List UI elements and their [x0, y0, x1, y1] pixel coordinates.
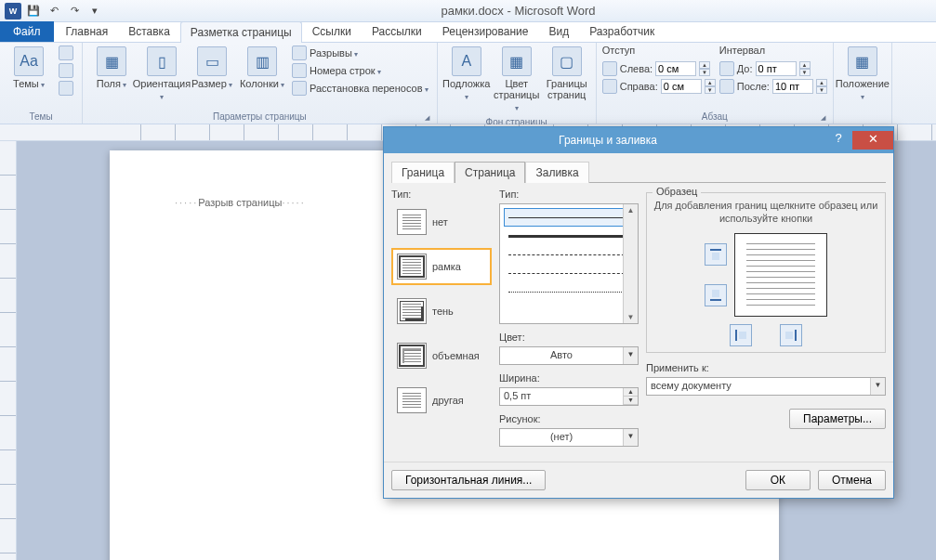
group-page-setup: ▦Поля ▯Ориентация ▭Размер ▥Колонки Разры… [83, 43, 438, 124]
edge-left-button[interactable] [730, 324, 752, 346]
tab-file[interactable]: Файл [0, 21, 54, 42]
tab-review[interactable]: Рецензирование [432, 20, 539, 42]
setting-shadow[interactable]: тень [391, 293, 492, 330]
art-label: Рисунок: [499, 413, 639, 424]
hyphenation-button[interactable]: Расстановка переносов [289, 80, 431, 97]
line-style-dash[interactable] [504, 245, 634, 264]
page-borders-icon: ▢ [552, 46, 582, 76]
indent-right-input[interactable] [661, 79, 702, 94]
indent-left-field[interactable]: Слева:▲▼ [602, 60, 716, 77]
orientation-icon: ▯ [147, 46, 177, 76]
dialog-footer: Горизонтальная линия... ОК Отмена [384, 462, 893, 498]
spacing-after-spinner[interactable]: ▲▼ [816, 79, 827, 94]
svg-rect-3 [712, 290, 719, 297]
ribbon: Aa Темы Темы ▦Поля ▯Ориентация ▭Размер ▥… [0, 43, 936, 124]
window-title: рамки.docx - Microsoft Word [104, 4, 932, 18]
word-app-icon[interactable]: W [4, 2, 22, 20]
spacing-before-field[interactable]: До:▲▼ [719, 60, 827, 77]
breaks-button[interactable]: Разрывы [289, 45, 431, 61]
group-label-arrange [839, 110, 886, 124]
width-label: Ширина: [499, 372, 639, 384]
theme-fonts-button[interactable] [56, 62, 76, 79]
horizontal-line-button[interactable]: Горизонтальная линия... [391, 470, 546, 490]
preview-fieldset: Образец Для добавления границ щелкните о… [646, 192, 886, 353]
group-label-paragraph[interactable]: Абзац [602, 110, 827, 124]
group-themes: Aa Темы Темы [0, 43, 83, 124]
art-combo[interactable]: (нет)▼ [499, 428, 639, 447]
indent-left-spinner[interactable]: ▲▼ [699, 61, 710, 76]
effects-icon [59, 81, 73, 96]
page-borders-button[interactable]: ▢Границы страниц [544, 45, 590, 102]
options-button[interactable]: Параметры... [789, 409, 886, 429]
line-style-scrollbar[interactable]: ▲▼ [623, 204, 638, 323]
dialog-close-button[interactable]: ✕ [852, 131, 893, 150]
edge-top-button[interactable] [705, 243, 727, 266]
indent-right-field[interactable]: Справа:▲▼ [602, 78, 716, 95]
vertical-ruler[interactable] [0, 141, 17, 560]
position-button[interactable]: ▦Положение [839, 45, 886, 104]
themes-button[interactable]: Aa Темы [6, 45, 52, 92]
edge-bottom-button[interactable] [705, 284, 727, 306]
orientation-button[interactable]: ▯Ориентация [138, 45, 185, 104]
breaks-icon [292, 46, 307, 60]
indent-left-input[interactable] [655, 61, 696, 76]
apply-to-combo[interactable]: всему документу▼ [646, 377, 886, 396]
margins-button[interactable]: ▦Поля [88, 45, 135, 92]
line-style-thick[interactable] [504, 227, 634, 245]
line-style-dot[interactable] [504, 282, 634, 301]
dialog-tab-border[interactable]: Граница [391, 162, 455, 183]
chevron-down-icon: ▼ [870, 378, 885, 395]
tab-insert[interactable]: Вставка [118, 20, 180, 42]
ok-button[interactable]: ОК [745, 470, 811, 490]
borders-shading-dialog: Границы и заливка ? ✕ Граница Страница З… [383, 126, 894, 499]
columns-button[interactable]: ▥Колонки [239, 45, 285, 92]
group-label-page-setup[interactable]: Параметры страницы [88, 110, 431, 124]
spacing-after-field[interactable]: После:▲▼ [719, 78, 827, 95]
svg-rect-0 [710, 249, 721, 251]
setting-box[interactable]: рамка [391, 248, 492, 285]
dialog-help-button[interactable]: ? [824, 131, 852, 150]
cancel-button[interactable]: Отмена [818, 470, 886, 490]
setting-none[interactable]: нет [391, 203, 492, 241]
tab-view[interactable]: Вид [538, 20, 579, 42]
line-style-solid[interactable] [504, 208, 634, 227]
width-combo[interactable]: 0,5 пт▲▼ [499, 387, 639, 406]
page-color-button[interactable]: ▦Цвет страницы [494, 45, 540, 115]
chevron-down-icon: ▼ [623, 347, 638, 364]
color-combo[interactable]: Авто▼ [499, 346, 639, 365]
size-icon: ▭ [197, 46, 227, 76]
dialog-titlebar[interactable]: Границы и заливка ? ✕ [384, 127, 893, 153]
tab-page-layout[interactable]: Разметка страницы [180, 21, 302, 43]
spacing-before-spinner[interactable]: ▲▼ [799, 61, 811, 76]
tab-home[interactable]: Главная [56, 20, 119, 42]
watermark-button[interactable]: AПодложка [443, 45, 490, 104]
setting-custom[interactable]: другая [391, 382, 492, 419]
width-spinner[interactable]: ▲▼ [623, 388, 638, 405]
line-numbers-button[interactable]: Номера строк [289, 62, 431, 79]
tab-references[interactable]: Ссылки [302, 20, 362, 42]
setting-column: Тип: нет рамка тень объемная другая [391, 189, 492, 454]
tab-developer[interactable]: Разработчик [579, 20, 665, 42]
spacing-before-input[interactable] [756, 61, 797, 76]
line-style-list[interactable]: ▲▼ [499, 203, 639, 324]
setting-3d[interactable]: объемная [391, 337, 492, 374]
setting-3d-icon [397, 343, 427, 369]
edge-right-button[interactable] [780, 324, 802, 346]
theme-colors-button[interactable] [56, 45, 76, 61]
tab-mailings[interactable]: Рассылки [362, 20, 432, 42]
line-style-dash2[interactable] [504, 264, 634, 282]
theme-effects-button[interactable] [56, 80, 76, 97]
undo-icon[interactable]: ↶ [45, 2, 63, 20]
save-icon[interactable]: 💾 [24, 2, 43, 20]
indent-right-spinner[interactable]: ▲▼ [705, 79, 716, 94]
watermark-icon: A [452, 46, 481, 76]
preview-page[interactable] [734, 233, 827, 317]
dialog-tab-page[interactable]: Страница [455, 162, 525, 183]
dialog-tab-fill[interactable]: Заливка [525, 162, 588, 183]
qat-customize-icon[interactable]: ▾ [86, 2, 104, 20]
titlebar: W 💾 ↶ ↷ ▾ рамки.docx - Microsoft Word [0, 0, 936, 22]
preview-column: Образец Для добавления границ щелкните о… [646, 189, 886, 454]
spacing-after-input[interactable] [772, 79, 813, 94]
size-button[interactable]: ▭Размер [189, 45, 235, 92]
redo-icon[interactable]: ↷ [65, 2, 84, 20]
